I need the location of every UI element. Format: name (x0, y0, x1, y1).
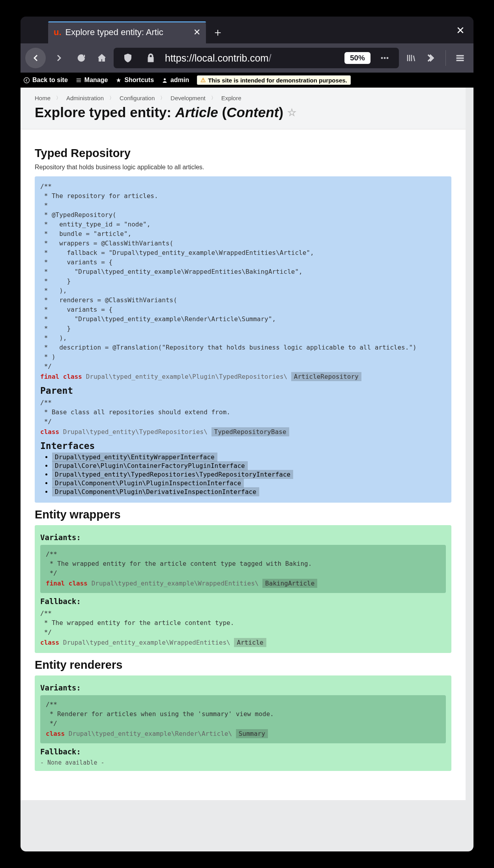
zoom-indicator[interactable]: 50% (344, 52, 370, 64)
svg-rect-5 (457, 60, 464, 61)
svg-rect-8 (77, 80, 81, 80)
browser-toolbar: https://local.contrib.com/ 50% (21, 43, 473, 73)
meatball-icon[interactable] (376, 49, 393, 67)
interfaces-heading: Interfaces (40, 441, 446, 451)
star-icon[interactable]: ☆ (287, 107, 296, 119)
new-tab-button[interactable]: ＋ (206, 21, 230, 43)
repo-declaration: final class Drupal\typed_entity_example\… (40, 372, 446, 382)
svg-point-1 (384, 57, 385, 59)
user-label: admin (170, 77, 189, 84)
wrapper-variant-doc: /** * The wrapped entity for the article… (46, 550, 440, 578)
title-sub: Content (226, 105, 279, 120)
user-menu[interactable]: admin (162, 77, 189, 84)
breadcrumb-item[interactable]: Development (170, 95, 205, 101)
shortcuts-menu[interactable]: Shortcuts (116, 77, 154, 84)
repo-desc: Repository that holds business logic app… (35, 164, 451, 171)
admin-toolbar: Back to site Manage Shortcuts admin ⚠ Th… (21, 73, 473, 88)
breadcrumb-item[interactable]: Explore (221, 95, 241, 101)
renderer-variant-decl: class Drupal\typed_entity_example\Render… (46, 729, 440, 739)
breadcrumb: Home〉 Administration〉 Configuration〉 Dev… (35, 95, 451, 101)
breadcrumb-item[interactable]: Home (35, 95, 51, 101)
shield-icon[interactable] (119, 49, 137, 67)
breadcrumb-item[interactable]: Administration (66, 95, 104, 101)
viewport: Back to site Manage Shortcuts admin ⚠ Th… (21, 73, 473, 851)
shortcuts-label: Shortcuts (124, 77, 154, 84)
home-button[interactable] (93, 49, 110, 67)
page-header: Home〉 Administration〉 Configuration〉 Dev… (21, 88, 466, 129)
interface-item: Drupal\typed_entity\TypedRepositories\Ty… (52, 471, 446, 478)
page: Home〉 Administration〉 Configuration〉 Dev… (21, 88, 466, 800)
toolbar-divider (445, 50, 446, 66)
window-close-icon[interactable]: ✕ (456, 24, 465, 37)
lock-icon[interactable] (142, 49, 159, 67)
wrappers-heading: Entity wrappers (35, 508, 451, 521)
svg-point-2 (387, 57, 388, 59)
wrapper-variant-box: /** * The wrapped entity for the article… (40, 545, 446, 593)
url-domain: local.contrib.com (195, 52, 269, 64)
interface-item: Drupal\Core\Plugin\ContainerFactoryPlugi… (52, 462, 446, 470)
demo-warning: ⚠ This site is intended for demonstratio… (197, 75, 351, 85)
back-button[interactable] (25, 48, 46, 68)
renderers-fallback-heading: Fallback: (40, 747, 446, 756)
tab-bar: u. Explore typed entity: Artic ✕ ＋ ✕ (21, 17, 473, 43)
repo-docblock: /** * The repository for articles. * * @… (40, 182, 446, 371)
svg-point-0 (381, 57, 383, 59)
page-scroll[interactable]: Back to site Manage Shortcuts admin ⚠ Th… (21, 73, 473, 851)
tab-active-indicator (48, 21, 206, 22)
wrapper-fallback-doc: /** * The wrapped entity for the article… (40, 609, 446, 637)
wrappers-panel: Variants: /** * The wrapped entity for t… (35, 525, 451, 653)
title-subopen: ( (218, 105, 226, 120)
back-to-site-link[interactable]: Back to site (24, 77, 68, 84)
url-bar[interactable]: https://local.contrib.com/ 50% (114, 48, 399, 68)
interfaces-list: Drupal\typed_entity\EntityWrapperInterfa… (40, 453, 446, 496)
tab-close-icon[interactable]: ✕ (193, 27, 200, 37)
wrappers-variants-heading: Variants: (40, 533, 446, 542)
url-path: / (269, 52, 271, 64)
page-title: Explore typed entity: Article (Content) … (35, 105, 451, 120)
svg-rect-3 (457, 55, 464, 56)
warning-icon: ⚠ (200, 77, 206, 84)
browser-window: u. Explore typed entity: Artic ✕ ＋ ✕ (21, 17, 473, 851)
renderer-variant-box: /** * Renderer for articles when using t… (40, 695, 446, 743)
browser-tab[interactable]: u. Explore typed entity: Artic ✕ (48, 21, 206, 43)
renderers-panel: Variants: /** * Renderer for articles wh… (35, 675, 451, 771)
repo-heading: Typed Repository (35, 147, 451, 160)
parent-docblock: /** * Base class all repositories should… (40, 398, 446, 427)
renderers-heading: Entity renderers (35, 658, 451, 672)
demo-warning-text: This site is intended for demonstration … (208, 77, 347, 84)
title-entity: Article (175, 105, 218, 120)
library-icon[interactable] (402, 49, 419, 67)
overflow-icon[interactable] (423, 49, 440, 67)
title-prefix: Explore typed entity: (35, 105, 175, 120)
url-text: https://local.contrib.com/ (165, 52, 339, 64)
breadcrumb-item[interactable]: Configuration (120, 95, 155, 101)
renderers-fallback-none: - None available - (40, 759, 446, 766)
parent-heading: Parent (40, 385, 446, 396)
svg-rect-4 (457, 58, 464, 58)
wrapper-variant-decl: final class Drupal\typed_entity_example\… (46, 579, 440, 588)
url-scheme: https:// (165, 52, 195, 64)
hamburger-icon[interactable] (451, 49, 469, 67)
interface-item: Drupal\Component\Plugin\DerivativeInspec… (52, 488, 446, 496)
manage-label: Manage (84, 77, 108, 84)
back-to-site-label: Back to site (32, 77, 68, 84)
renderers-variants-heading: Variants: (40, 683, 446, 692)
tab-title: Explore typed entity: Artic (65, 27, 189, 37)
forward-button[interactable] (49, 48, 69, 68)
favicon-icon: u. (54, 27, 62, 37)
svg-rect-7 (77, 79, 81, 79)
parent-declaration: class Drupal\typed_entity\TypedRepositor… (40, 427, 446, 437)
page-content: Typed Repository Repository that holds b… (21, 129, 466, 800)
wrappers-fallback-heading: Fallback: (40, 597, 446, 606)
renderer-variant-doc: /** * Renderer for articles when using t… (46, 700, 440, 728)
svg-rect-9 (77, 81, 81, 82)
interface-item: Drupal\typed_entity\EntityWrapperInterfa… (52, 453, 446, 461)
wrapper-fallback-decl: class Drupal\typed_entity_example\Wrappe… (40, 638, 446, 647)
title-subclose: ) (279, 105, 283, 120)
svg-point-6 (24, 77, 30, 83)
interface-item: Drupal\Component\Plugin\PluginInspection… (52, 479, 446, 487)
reload-button[interactable] (73, 49, 90, 67)
svg-point-10 (164, 78, 166, 80)
repo-panel: /** * The repository for articles. * * @… (35, 176, 451, 503)
manage-menu[interactable]: Manage (76, 77, 108, 84)
